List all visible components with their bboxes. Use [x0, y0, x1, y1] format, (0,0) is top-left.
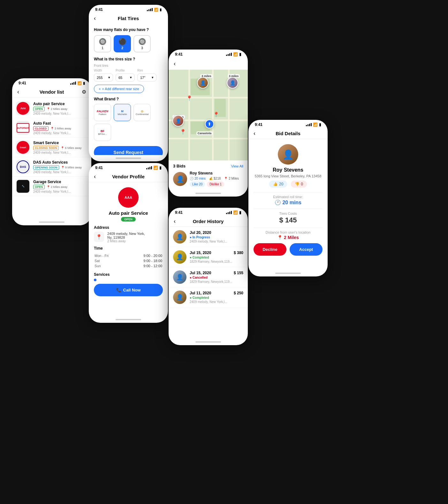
brand-falken[interactable]: FALKEN Falken: [94, 104, 111, 121]
brand-continental[interactable]: ◎ Continental: [133, 104, 151, 121]
order-item-1[interactable]: 👤 Jul 20, 2020 ● In Progress 2409 melody…: [169, 227, 248, 247]
bid-like-button[interactable]: Like 20: [190, 182, 205, 187]
add-rear-button[interactable]: + + Add different rear size: [94, 85, 144, 93]
wifi-vendor: 📶: [77, 81, 82, 85]
map-avatar-3[interactable]: 👤: [172, 115, 184, 127]
brand-bfgo[interactable]: BF BFGo...: [94, 124, 111, 141]
bid-details-header: ‹ Bid Details: [248, 128, 328, 139]
vendor-info-garage: Garage Service OPEN 📍 2 Miles away 2409 …: [33, 180, 87, 193]
map-avatar-2[interactable]: 👤: [227, 77, 238, 89]
distance-value: 📍 2 Miles: [254, 235, 323, 240]
day-weekday: Mon - Fri: [95, 254, 109, 258]
size-width-select[interactable]: 255 ▾: [94, 74, 113, 81]
bid-dislike-vote-button[interactable]: 👎 0: [291, 181, 307, 188]
map-avatar-1[interactable]: 👤: [197, 77, 209, 89]
tire-option-2[interactable]: ⚫ 2: [114, 35, 131, 52]
bid-card[interactable]: 👤 Roy Stevens 🕐 20 mins 💰 $218 📍 2 Miles…: [173, 171, 243, 187]
tires-cost-value: $ 145: [254, 216, 323, 224]
home-bar-vendor: [39, 221, 65, 223]
order-date-row-4: Jul 11, 2020 $ 250: [190, 291, 243, 295]
tire-option-1[interactable]: 🔘 1: [94, 35, 111, 52]
vendor-filter-button[interactable]: ⚙: [82, 89, 86, 95]
signal-map: [226, 53, 232, 56]
tire-icon-1: 🔘: [99, 38, 107, 45]
profile-logo-area: AAA Auto pair Service OPEN: [94, 187, 163, 221]
thumbs-down-icon: 👎: [295, 182, 300, 186]
orders-back-button[interactable]: ‹: [174, 218, 176, 225]
chevron-down-icon: ▾: [108, 75, 110, 80]
roll-time-value: 🕐 20 mins: [254, 199, 323, 205]
hours-sat: 9:00 - 18:00: [143, 259, 162, 263]
bid-person-avatar: 👤: [278, 144, 298, 165]
decline-button[interactable]: Decline: [254, 243, 286, 256]
profile-back-button[interactable]: ‹: [94, 173, 96, 180]
dot-completed-2: ●: [190, 256, 192, 259]
vendor-item-smart[interactable]: Smart Smart Service CLOSING SOON 📍 6 Mil…: [12, 138, 91, 157]
vendor-back-button[interactable]: ‹: [17, 89, 19, 95]
vendor-item-garage[interactable]: 🔧 Garage Service OPEN 📍 2 Miles away 240…: [12, 177, 91, 196]
vendor-item-aaa[interactable]: AAA Auto pair Service OPEN 📍 2 Miles awa…: [12, 99, 91, 118]
address-icon-wrap: 📍: [94, 232, 104, 242]
size-rim-select[interactable]: 17" ▾: [137, 74, 156, 81]
brand-michelin[interactable]: M Michelin: [114, 104, 131, 121]
address-row: 📍 2409 melody, New York, Ny, 119828 2 Mi…: [94, 232, 163, 243]
order-item-2[interactable]: 👤 Jul 15, 2020 $ 380 ● Completed 1829 Ra…: [169, 247, 248, 267]
aaa-logo-icon: AAA: [17, 102, 29, 115]
bid-price: 💰 $218: [209, 177, 221, 180]
autofast-logo-icon: AUTOFAST: [17, 123, 29, 133]
home-bar-bid: [275, 273, 301, 274]
size-profile-select[interactable]: 65 ▾: [116, 74, 135, 81]
bfgo-label: BFGo...: [98, 133, 107, 136]
map-road-v1: [188, 70, 190, 160]
bid-person-name: Roy Stevens: [273, 167, 303, 173]
services-section-label: Services: [94, 272, 163, 277]
time-row-weekday: Mon - Fri 9:00 - 20:00: [95, 253, 162, 258]
order-info-1: Jul 20, 2020 ● In Progress 2409 melody, …: [190, 230, 243, 243]
tire-num-3: 3: [141, 46, 143, 50]
bid-details-back-button[interactable]: ‹: [254, 130, 255, 137]
view-all-button[interactable]: View All: [231, 164, 243, 168]
order-addr-1: 2409 melody, New York,l...: [190, 240, 243, 243]
signal-bid: [306, 123, 312, 126]
size-label-rim: Rim: [137, 69, 156, 72]
battery-map: ▮: [239, 52, 241, 57]
michelin-label: Michelin: [118, 113, 127, 116]
order-date-row-2: Jul 15, 2020 $ 380: [190, 251, 243, 255]
bid-dislike-button[interactable]: Dislike 1: [207, 182, 224, 187]
divider-3: [254, 228, 323, 228]
thumbs-up-icon: 👍: [273, 182, 278, 186]
navigation-icon: ⬆: [208, 121, 211, 127]
day-sun: Sun: [95, 264, 101, 268]
sig-flat-3: [150, 9, 151, 11]
home-indicator-profile: [89, 316, 168, 323]
order-item-4[interactable]: 👤 Jul 11, 2020 $ 250 ● Completed 2409 me…: [169, 287, 248, 307]
order-history-header: ‹ Order History: [169, 216, 248, 227]
location-pin-icon: 📍: [96, 234, 102, 240]
time-section-label: Time: [94, 246, 163, 251]
signal-bar-3: [73, 82, 74, 85]
map-back-button[interactable]: ‹: [174, 60, 176, 67]
sig-flat-4: [152, 8, 153, 11]
order-status-3: ● Cancelled: [190, 276, 243, 279]
vendor-info-autofast: Auto Fast CLOSED 📍 3 Miles away 2409 mel…: [33, 121, 87, 135]
order-info-2: Jul 15, 2020 $ 380 ● Completed 1829 Rams…: [190, 251, 243, 263]
vendor-item-autofast[interactable]: AUTOFAST Auto Fast CLOSED 📍 3 Miles away…: [12, 118, 91, 138]
order-item-3[interactable]: 👤 Jul 15, 2020 $ 155 ● Cancelled 1829 Ra…: [169, 267, 248, 287]
accept-button[interactable]: Accept: [290, 243, 323, 256]
bid-time: 🕐 20 mins: [190, 177, 206, 180]
bid-person-address: 5365 long View Street, Berkeley, PA 1345…: [255, 174, 322, 178]
order-price-3: $ 155: [234, 271, 243, 275]
distance-section: Distance from user's location 📍 2 Miles: [254, 230, 323, 240]
vendor-item-das[interactable]: DAS DAS Auto Services OPENING SOON 📍 9 M…: [12, 157, 91, 177]
brand-section-title: What Brand ?: [94, 97, 163, 101]
send-request-button[interactable]: Send Request: [94, 146, 163, 155]
phone-vendor-profile: 9:41 📶 ▮ ‹ Vendor Profile AAA Auto pair …: [89, 163, 168, 323]
flat-question-1: How many flats do you have ?: [94, 27, 163, 32]
order-addr-2: 1829 Ramsey, Newyork,119...: [190, 260, 243, 263]
call-now-button[interactable]: 📞 Call Now: [94, 284, 163, 296]
profile-body: AAA Auto pair Service OPEN Address 📍 240…: [89, 182, 168, 316]
flat-back-button[interactable]: ‹: [94, 15, 96, 22]
tire-option-3[interactable]: 🔘 3: [133, 35, 151, 52]
home-indicator-flat: [89, 155, 168, 161]
bid-like-vote-button[interactable]: 👍 20: [269, 181, 287, 188]
